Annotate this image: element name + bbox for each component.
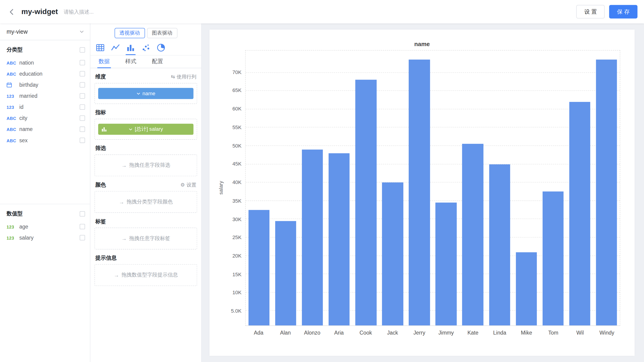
- field-group-label: 数值型: [7, 210, 22, 218]
- field-item-salary[interactable]: 123salary: [0, 232, 90, 243]
- bar-jimmy[interactable]: [436, 203, 457, 325]
- field-checkbox[interactable]: [80, 60, 85, 65]
- group-select-checkbox[interactable]: [80, 211, 85, 216]
- use-rows-button[interactable]: ⇆ 使用行列: [171, 73, 196, 80]
- scatter-icon[interactable]: [141, 43, 151, 55]
- label-drop-hint: 拖拽任意字段标签: [129, 235, 170, 242]
- chart-plot: [245, 50, 620, 326]
- x-axis-label: Ada: [245, 330, 272, 336]
- field-item-city[interactable]: ABCcity: [0, 112, 90, 124]
- bar-kate[interactable]: [462, 144, 484, 326]
- field-checkbox[interactable]: [80, 104, 85, 110]
- field-group-label: 分类型: [7, 46, 22, 54]
- bar-chart-icon[interactable]: [126, 43, 136, 55]
- bar-band: [379, 50, 406, 325]
- field-checkbox[interactable]: [80, 138, 85, 143]
- field-checkbox[interactable]: [80, 82, 85, 88]
- tooltip-drop-zone[interactable]: → 拖拽数值型字段提示信息: [94, 264, 197, 286]
- table-icon[interactable]: [95, 43, 105, 55]
- bar-alan[interactable]: [275, 221, 296, 325]
- bar-wil[interactable]: [569, 102, 590, 326]
- panel-tab[interactable]: 配置: [152, 56, 163, 68]
- panel-tab[interactable]: 数据: [99, 56, 110, 68]
- field-checkbox[interactable]: [80, 116, 85, 121]
- gear-icon: ⚙: [180, 182, 185, 188]
- bar-ada[interactable]: [248, 210, 270, 326]
- y-tick-label: 10K: [232, 290, 242, 296]
- field-item-birthday[interactable]: birthday: [0, 79, 90, 90]
- field-item-married[interactable]: 123married: [0, 90, 90, 102]
- field-item-education[interactable]: ABCeducation: [0, 68, 90, 79]
- panel-tab[interactable]: 样式: [126, 56, 136, 68]
- bar-band: [246, 50, 272, 325]
- y-tick-label: 15K: [232, 272, 242, 277]
- field-name: sex: [19, 137, 28, 144]
- x-axis-label: Mike: [513, 330, 540, 336]
- field-type-badge: ABC: [7, 60, 18, 65]
- bar-jerry[interactable]: [409, 60, 430, 325]
- drag-arrow-icon: →: [122, 162, 127, 168]
- bar-alonzo[interactable]: [302, 150, 323, 325]
- field-item-nation[interactable]: ABCnation: [0, 57, 90, 68]
- pie-chart-icon[interactable]: [156, 43, 166, 55]
- field-checkbox[interactable]: [80, 126, 85, 132]
- field-checkbox[interactable]: [80, 235, 85, 240]
- drag-arrow-icon: →: [119, 199, 124, 205]
- bar-jack[interactable]: [382, 182, 403, 325]
- field-name: id: [19, 104, 24, 110]
- bar-aria[interactable]: [329, 153, 350, 325]
- field-checkbox[interactable]: [80, 71, 85, 76]
- color-label: 颜色: [95, 181, 106, 188]
- measure-label: 指标: [95, 109, 106, 116]
- bar-band: [566, 50, 593, 325]
- driver-tab-active[interactable]: 透视驱动: [114, 28, 145, 38]
- filter-drop-hint: 拖拽任意字段筛选: [129, 162, 170, 169]
- field-type-badge: 123: [7, 105, 18, 110]
- measure-drop-box[interactable]: [总计] salary: [94, 119, 197, 140]
- bar-chart-mini-icon: [102, 126, 107, 132]
- field-type-badge: ABC: [7, 138, 18, 143]
- bar-windy[interactable]: [596, 60, 617, 325]
- back-button[interactable]: [7, 6, 17, 17]
- field-item-name[interactable]: ABCname: [0, 124, 90, 135]
- group-select-checkbox[interactable]: [80, 47, 85, 52]
- bar-linda[interactable]: [489, 164, 510, 325]
- settings-button[interactable]: 设 置: [576, 5, 605, 18]
- field-checkbox[interactable]: [80, 94, 85, 99]
- dimension-pill[interactable]: name: [98, 88, 194, 99]
- measure-pill-label: [总计] salary: [135, 126, 163, 132]
- x-axis-label: Tom: [540, 330, 566, 336]
- bar-mike[interactable]: [516, 252, 537, 325]
- save-button[interactable]: 保 存: [609, 5, 638, 18]
- driver-tab-inactive[interactable]: 图表驱动: [147, 28, 177, 38]
- view-selector[interactable]: my-view: [0, 24, 90, 40]
- field-checkbox[interactable]: [80, 224, 85, 229]
- x-axis-label: Windy: [594, 330, 620, 336]
- filter-drop-zone[interactable]: → 拖拽任意字段筛选: [94, 154, 197, 176]
- bar-band: [513, 50, 540, 325]
- color-drop-zone[interactable]: → 拖拽分类型字段颜色: [94, 191, 197, 213]
- page-title: my-widget: [22, 8, 58, 16]
- label-drop-zone[interactable]: → 拖拽任意字段标签: [94, 228, 197, 249]
- description-input[interactable]: [64, 9, 142, 14]
- y-tick-label: 5.0K: [231, 308, 242, 314]
- field-item-age[interactable]: 123age: [0, 221, 90, 232]
- chart-type-bar: [90, 42, 201, 56]
- line-chart-icon[interactable]: [110, 43, 120, 55]
- measure-pill[interactable]: [总计] salary: [98, 124, 194, 135]
- chevron-down-icon: [136, 91, 140, 96]
- bar-cook[interactable]: [356, 80, 377, 325]
- x-axis-label: Aria: [326, 330, 352, 336]
- x-axis-label: Wil: [566, 330, 593, 336]
- field-name: age: [19, 224, 28, 230]
- label-section: 标签 → 拖拽任意字段标签: [94, 218, 197, 249]
- bar-tom[interactable]: [542, 192, 564, 325]
- bar-band: [299, 50, 326, 325]
- field-item-id[interactable]: 123id: [0, 102, 90, 112]
- dimension-drop-box[interactable]: name: [94, 83, 197, 104]
- field-type-badge: ABC: [7, 127, 18, 132]
- field-item-sex[interactable]: ABCsex: [0, 135, 90, 146]
- color-settings-button[interactable]: ⚙ 设置: [180, 182, 196, 188]
- field-type-badge: 123: [7, 94, 18, 98]
- x-axis-label: Jerry: [406, 330, 433, 336]
